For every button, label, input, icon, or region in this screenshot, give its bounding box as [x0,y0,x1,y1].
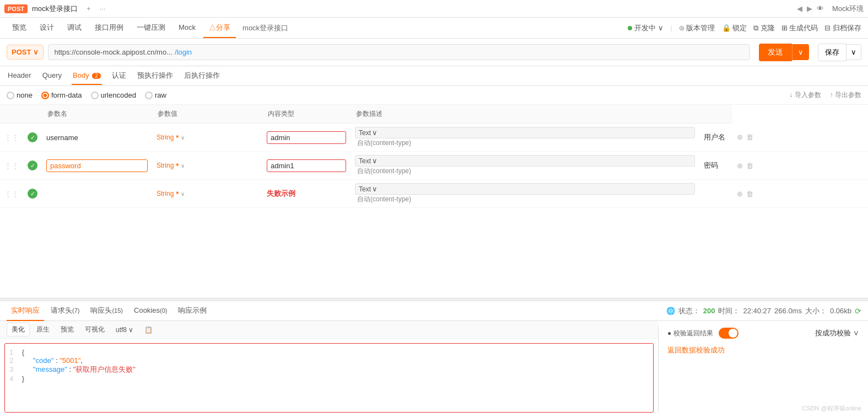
add-tab-button[interactable]: + [82,4,95,13]
tab-mock[interactable]: Mock [173,19,201,37]
copy-row-icon[interactable]: ⊕ [737,133,743,141]
param-desc-text: 密码 [704,161,718,169]
body-options: none form-data urlencoded raw ↓ 导入参数 ↑ 导… [0,86,868,105]
type-chevron[interactable]: ∨ [181,135,185,141]
resp-tab-realtime[interactable]: 实时响应 [7,301,44,321]
nav-left-icon[interactable]: ◀ [797,4,802,13]
json-key-message: "message" [33,365,67,373]
copy-row-icon[interactable]: ⊕ [737,162,743,170]
required-star: * [176,162,179,170]
content-type-select[interactable]: Text ∨ [355,183,695,195]
validate-btn[interactable]: 按成功校验 ∨ [815,328,859,338]
resp-tab-examples[interactable]: 响应示例 [174,301,211,321]
param-desc-cell: 密码 [699,152,732,180]
param-name-input[interactable] [46,133,148,142]
tab-share[interactable]: △分享 [203,18,236,38]
th-actions [699,105,732,124]
env-chevron: ∨ [658,24,664,32]
response-left-panel: 美化 原生 预览 可视化 utf8 ∨ 📋 1 { 2 "code" : "50 [0,321,658,417]
radio-urlencoded[interactable]: urlencoded [91,91,136,99]
content-type-cell: Text ∨ 自动(content-type) [351,180,699,208]
content-type-select[interactable]: Text ∨ [355,155,695,167]
nav-right-item[interactable]: 开发中 ∨ [628,23,664,33]
tab-debug[interactable]: 调试 [62,18,87,38]
param-name-cell [42,180,152,208]
version-manage[interactable]: ⊙ 版本管理 [679,23,715,33]
type-chevron[interactable]: ∨ [181,191,185,197]
method-label: POST [12,48,31,56]
drag-handle[interactable]: ⋮⋮ [0,180,23,208]
lock-icon-btn[interactable]: 🔒 锁定 [722,23,747,33]
param-name-input[interactable] [50,162,144,170]
more-tabs-button[interactable]: ··· [100,4,106,13]
param-value-input[interactable] [271,133,342,142]
req-tab-pre[interactable]: 预执行操作 [136,66,174,86]
response-area: 实时响应 请求头(7) 响应头(15) Cookies(0) 响应示例 🌐 状态… [0,301,868,417]
delete-row-icon[interactable]: 🗑 [746,190,753,198]
save-dropdown-button[interactable]: ∨ [847,44,861,60]
fmt-tab-raw[interactable]: 原生 [32,323,54,336]
json-line-3: 3 "message" : "获取用户信息失败" [9,365,649,375]
delete-row-icon[interactable]: 🗑 [746,133,753,141]
radio-label-raw: raw [155,91,166,99]
fmt-tab-visualize[interactable]: 可视化 [80,323,109,336]
content-type-select[interactable]: Text ∨ [355,127,695,138]
save-button[interactable]: 保存 [818,44,847,61]
radio-none[interactable]: none [7,91,33,99]
response-status-bar: 🌐 状态： 200 时间： 22:40:27 266.0ms 大小： 0.06k… [666,306,861,316]
type-chevron[interactable]: ∨ [181,163,185,169]
param-value-input[interactable] [271,162,342,170]
validate-label: ● 校验返回结果 [667,329,713,338]
archive-save-btn[interactable]: ⊟ 归档保存 [824,23,861,33]
radio-formdata[interactable]: form-data [41,91,82,99]
import-export: ↓ 导入参数 ↑ 导出参数 [789,90,861,100]
validate-row: ● 校验返回结果 按成功校验 ∨ [667,328,859,339]
tab-cases[interactable]: 接口用例 [89,18,129,38]
row-check[interactable]: ✓ [23,152,42,180]
send-button[interactable]: 发送 [759,44,792,61]
method-select[interactable]: POST ∨ [7,45,44,60]
delete-row-icon[interactable]: 🗑 [746,162,753,170]
req-tab-query[interactable]: Query [41,67,63,85]
resp-tab-cookies[interactable]: Cookies(0) [130,302,171,320]
param-name-input[interactable] [46,190,148,198]
tab-stress[interactable]: 一键压测 [131,18,171,38]
fmt-tab-encoding[interactable]: utf8 ∨ [111,324,138,335]
resp-tab-req-headers[interactable]: 请求头(7) [46,301,84,321]
drag-handle[interactable]: ⋮⋮ [0,124,23,152]
clone-btn[interactable]: ⧉ 克隆 [753,23,775,33]
req-tab-body[interactable]: Body 2 [72,67,102,85]
drag-handle[interactable]: ⋮⋮ [0,152,23,180]
json-line-4: 4 } [9,375,649,383]
generate-code-btn[interactable]: ⊞ 生成代码 [781,23,818,33]
req-tab-header[interactable]: Header [7,67,33,85]
eye-icon: 👁 [817,4,828,13]
fmt-tab-preview[interactable]: 预览 [56,323,78,336]
resp-tab-resp-headers[interactable]: 响应头(15) [86,301,127,321]
row-check[interactable]: ✓ [23,124,42,152]
radio-raw[interactable]: raw [145,91,166,99]
mock-env-button[interactable]: Mock环境 [832,4,864,14]
body-badge: 2 [92,73,101,79]
param-value-box [267,159,346,172]
validate-toggle[interactable] [719,328,738,339]
row-check[interactable]: ✓ [23,180,42,208]
url-display[interactable]: https://console-mock.apipost.cn/mo... /l… [48,44,750,60]
copy-response-btn[interactable]: 📋 [140,324,157,335]
radio-circle-formdata [41,92,49,99]
validate-success-text[interactable]: 返回数据校验成功 [667,346,725,354]
req-tab-post[interactable]: 后执行操作 [183,66,221,86]
breadcrumb: mock登录接口 [242,23,288,33]
nav-right-icon[interactable]: ▶ [807,4,812,13]
send-dropdown-button[interactable]: ∨ [792,44,809,60]
fmt-tab-beautify[interactable]: 美化 [7,323,30,336]
required-star: * [176,133,179,142]
import-params-btn[interactable]: ↓ 导入参数 [789,90,821,100]
export-params-btn[interactable]: ↑ 导出参数 [830,90,861,100]
copy-row-icon[interactable]: ⊕ [737,190,743,198]
json-line-2: 2 "code" : "5001", [9,356,649,365]
refresh-icon[interactable]: ⟳ [855,307,861,316]
tab-preview[interactable]: 预览 [7,18,32,38]
req-tab-auth[interactable]: 认证 [111,66,127,86]
tab-design[interactable]: 设计 [34,18,60,38]
